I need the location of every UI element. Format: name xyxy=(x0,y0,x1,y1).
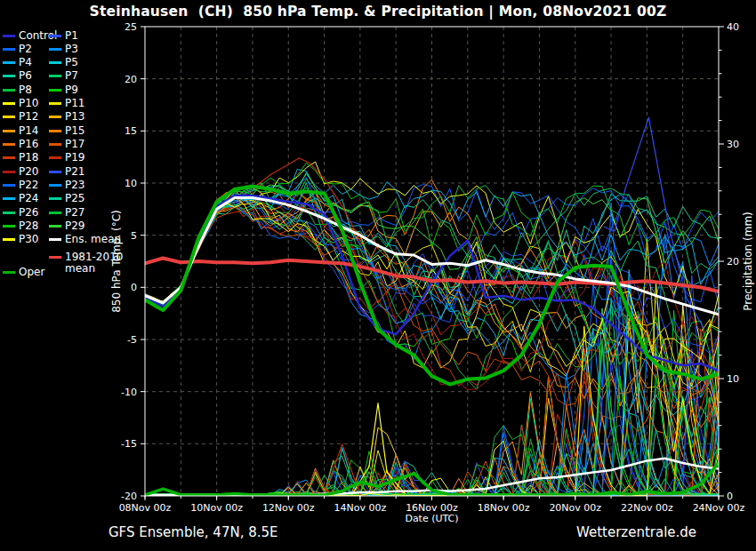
precip-tick-label: 10 xyxy=(727,373,739,385)
temp-tick-label: -15 xyxy=(121,438,137,450)
temp-tick-label: 20 xyxy=(125,74,137,85)
precip-tick-label: 40 xyxy=(727,21,739,33)
temp-tick-label: 5 xyxy=(131,230,137,242)
precip-tick-label: 20 xyxy=(727,256,739,268)
temp-tick-label: -20 xyxy=(121,491,137,502)
temp-tick-label: 0 xyxy=(131,282,137,293)
precip-tick-label: 30 xyxy=(727,139,739,150)
precip-axis-title: Precipitation (mm) xyxy=(742,212,754,311)
footer-model-info: GFS Ensemble, 47N, 8.5E xyxy=(109,524,278,540)
temp-tick-label: 15 xyxy=(125,125,137,137)
member-precip-p14 xyxy=(145,393,719,494)
meteogram-page: Steinhausen (CH) 850 hPa Temp. & Precipi… xyxy=(0,0,756,551)
temp-tick-label: -5 xyxy=(127,334,137,346)
temp-tick-label: -10 xyxy=(121,387,137,398)
outlier-segment xyxy=(604,117,704,329)
temp-axis-title: 850 hPa Temp. (°C) xyxy=(110,210,123,313)
precip-tick-label: 0 xyxy=(727,491,733,502)
temp-tick-label: 25 xyxy=(125,21,137,33)
x-axis-title: Date (UTC) xyxy=(145,513,719,524)
footer-site-credit: Wetterzentrale.de xyxy=(576,524,696,540)
temp-tick-label: 10 xyxy=(125,178,137,189)
